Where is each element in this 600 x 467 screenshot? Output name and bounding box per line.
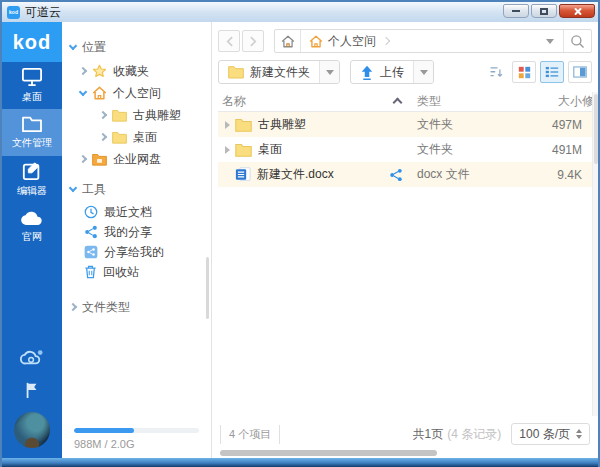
folder-icon bbox=[112, 109, 127, 122]
back-button[interactable] bbox=[218, 30, 240, 52]
storage-text: 988M / 2.0G bbox=[74, 438, 199, 450]
section-location[interactable]: 位置 bbox=[62, 36, 211, 58]
flag-icon[interactable] bbox=[25, 382, 39, 398]
nav-item-label: 文件管理 bbox=[12, 136, 52, 150]
enterprise-folder-icon bbox=[92, 153, 107, 166]
star-icon bbox=[92, 64, 107, 78]
tree-item-label: 古典雕塑 bbox=[133, 107, 181, 124]
folder-icon bbox=[235, 118, 252, 132]
window-controls bbox=[503, 4, 595, 18]
maximize-button[interactable] bbox=[531, 4, 557, 18]
section-file-types[interactable]: 文件类型 bbox=[62, 296, 211, 318]
home-icon bbox=[309, 35, 323, 48]
grid-view-icon bbox=[518, 66, 531, 79]
sidebar: 位置 收藏夹 个人空间 bbox=[62, 22, 212, 458]
app-window: kod 可道云 kod 桌面 bbox=[0, 0, 600, 467]
header-size[interactable]: 大小 bbox=[526, 93, 582, 110]
records-info: (4 条记录) bbox=[447, 426, 501, 443]
vertical-scrollbar-thumb[interactable] bbox=[594, 94, 598, 164]
nav-item-label: 官网 bbox=[22, 230, 42, 244]
nav-item-editor[interactable]: 编辑器 bbox=[2, 156, 62, 203]
grid-view-button[interactable] bbox=[512, 61, 536, 83]
tool-item-label: 回收站 bbox=[103, 264, 139, 281]
new-folder-dropdown[interactable] bbox=[319, 61, 339, 83]
share-square-icon bbox=[84, 245, 98, 259]
nav-item-desktop[interactable]: 桌面 bbox=[2, 62, 62, 109]
kod-logo[interactable]: kod bbox=[2, 22, 62, 62]
expand-triangle-icon[interactable] bbox=[225, 146, 230, 154]
section-tools[interactable]: 工具 bbox=[62, 178, 211, 200]
file-table: 名称 类型 大小 修 bbox=[218, 91, 592, 187]
column-view-button[interactable] bbox=[568, 61, 592, 83]
page-size-select[interactable]: 100 条/页 bbox=[511, 423, 590, 445]
upload-dropdown[interactable] bbox=[413, 61, 433, 83]
sidebar-scrollbar-thumb[interactable] bbox=[206, 257, 209, 319]
section-label: 位置 bbox=[82, 39, 106, 56]
table-row[interactable]: 古典雕塑 文件夹 497M bbox=[218, 112, 592, 137]
header-modified-clipped: 修 bbox=[582, 93, 592, 110]
upload-button[interactable]: 上传 bbox=[351, 61, 413, 83]
vertical-scrollbar bbox=[592, 92, 598, 416]
breadcrumb-chevron-icon bbox=[382, 37, 390, 45]
tool-item-shared-with-me[interactable]: 分享给我的 bbox=[62, 242, 211, 262]
table-row[interactable]: 桌面 文件夹 491M bbox=[218, 137, 592, 162]
header-type[interactable]: 类型 bbox=[411, 93, 526, 110]
chevron-right-icon bbox=[79, 67, 87, 75]
upload-arrow-icon bbox=[360, 65, 374, 80]
tree-item-enterprise-disk[interactable]: 企业网盘 bbox=[62, 148, 211, 170]
minimize-button[interactable] bbox=[503, 4, 529, 18]
breadcrumb-bar: 个人空间 bbox=[274, 29, 592, 53]
sort-asc-icon bbox=[393, 98, 403, 108]
new-folder-button[interactable]: 新建文件夹 bbox=[219, 61, 319, 83]
storage-bar-fill bbox=[74, 428, 134, 433]
editor-pencil-icon bbox=[22, 161, 42, 181]
tool-item-recent-docs[interactable]: 最近文档 bbox=[62, 202, 211, 222]
home-icon bbox=[281, 35, 295, 48]
table-header: 名称 类型 大小 修 bbox=[218, 91, 592, 112]
chevron-right-icon bbox=[99, 133, 107, 141]
file-name: 桌面 bbox=[258, 141, 282, 158]
search-icon bbox=[570, 34, 585, 49]
list-view-button[interactable] bbox=[540, 61, 564, 83]
folder-icon bbox=[235, 143, 252, 157]
items-count: 4 个项目 bbox=[220, 425, 280, 444]
main-panel: 个人空间 bbox=[212, 22, 598, 458]
clock-icon bbox=[84, 205, 98, 219]
file-size: 9.4K bbox=[526, 168, 582, 182]
tool-item-recycle-bin[interactable]: 回收站 bbox=[62, 262, 211, 282]
forward-button[interactable] bbox=[242, 30, 264, 52]
new-folder-icon bbox=[228, 65, 244, 79]
tree-item-personal-space[interactable]: 个人空间 bbox=[62, 82, 211, 104]
header-name[interactable]: 名称 bbox=[218, 93, 411, 110]
nav-item-website[interactable]: 官网 bbox=[2, 203, 62, 250]
share-nodes-icon bbox=[84, 225, 98, 239]
nav-item-file-manager[interactable]: 文件管理 bbox=[2, 109, 62, 156]
tree-item-label: 桌面 bbox=[133, 129, 157, 146]
tree-item-classical-sculpture[interactable]: 古典雕塑 bbox=[62, 104, 211, 126]
select-arrows-icon bbox=[576, 429, 582, 439]
sort-button[interactable] bbox=[484, 61, 508, 83]
leftnav-bottom bbox=[14, 348, 50, 458]
close-button[interactable] bbox=[559, 4, 595, 18]
page-size-value: 100 条/页 bbox=[519, 426, 570, 443]
breadcrumb-label: 个人空间 bbox=[328, 33, 376, 50]
search-zone bbox=[537, 30, 591, 52]
tree-item-favorites[interactable]: 收藏夹 bbox=[62, 60, 211, 82]
expand-triangle-icon[interactable] bbox=[225, 121, 230, 129]
breadcrumb-current[interactable]: 个人空间 bbox=[301, 30, 393, 52]
home-button[interactable] bbox=[275, 30, 301, 52]
tool-item-my-shares[interactable]: 我的分享 bbox=[62, 222, 211, 242]
user-avatar[interactable] bbox=[14, 412, 50, 448]
address-toolbar: 个人空间 bbox=[218, 28, 592, 54]
search-button[interactable] bbox=[563, 30, 591, 52]
chevron-right-icon bbox=[69, 303, 77, 311]
column-view-icon bbox=[573, 66, 587, 78]
share-nodes-icon[interactable] bbox=[389, 168, 403, 182]
cloud-gear-icon[interactable] bbox=[19, 348, 45, 368]
horizontal-scrollbar-thumb[interactable] bbox=[220, 450, 437, 456]
minimize-icon bbox=[512, 10, 520, 12]
action-toolbar: 新建文件夹 上传 bbox=[218, 58, 592, 86]
search-dropdown-button[interactable] bbox=[537, 30, 563, 52]
tree-item-desktop-folder[interactable]: 桌面 bbox=[62, 126, 211, 148]
table-row[interactable]: 新建文件.docx docx 文件 9.4K bbox=[218, 162, 592, 187]
